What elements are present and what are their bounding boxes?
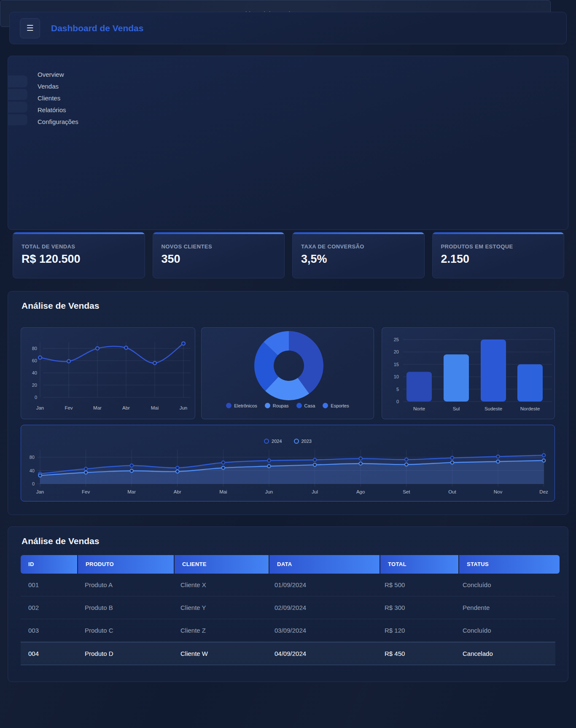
svg-text:Mar: Mar xyxy=(93,405,102,410)
table-row-002[interactable]: 002Produto BCliente Y02/09/2024R$ 300Pen… xyxy=(21,596,555,619)
cell-produto: Produto C xyxy=(77,619,173,642)
cell-status: Cancelado xyxy=(455,642,555,665)
svg-text:Sul: Sul xyxy=(453,406,460,411)
header-cell-produto: PRODUTO xyxy=(78,555,174,574)
svg-text:40: 40 xyxy=(30,468,35,473)
table-row-001[interactable]: 001Produto ACliente X01/09/2024R$ 500Con… xyxy=(21,574,555,596)
svg-text:15: 15 xyxy=(394,362,399,367)
menu-button[interactable]: ☰ xyxy=(20,18,40,38)
cell-data: 03/09/2024 xyxy=(267,619,377,642)
legend-label: Roupas xyxy=(273,403,289,408)
table-panel: Análise de Vendas IDPRODUTOCLIENTEDATATO… xyxy=(8,526,568,682)
nav-item-clientes[interactable]: Clientes xyxy=(38,92,568,104)
cell-status: Concluído xyxy=(455,619,555,642)
stat-accent-bar xyxy=(153,232,285,234)
stat-label: TOTAL DE VENDAS xyxy=(22,243,145,250)
svg-text:Abr: Abr xyxy=(174,489,181,494)
legend-item-roupas[interactable]: Roupas xyxy=(265,403,289,408)
cell-data: 04/09/2024 xyxy=(267,642,377,665)
legend-label: Esportes xyxy=(331,403,349,408)
svg-text:Fev: Fev xyxy=(65,405,73,410)
svg-text:Mar: Mar xyxy=(127,489,136,494)
nav-panel: OverviewVendasClientesRelatóriosConfigur… xyxy=(8,56,568,230)
nav-list: OverviewVendasClientesRelatóriosConfigur… xyxy=(8,56,568,128)
legend-label: Casa xyxy=(304,403,315,408)
stat-card-taxa-de-conversao: TAXA DE CONVERSÃO3,5% xyxy=(292,232,425,278)
legend-dot xyxy=(226,403,231,408)
cell-status: Concluído xyxy=(455,574,555,596)
charts-section-title: Análise de Vendas xyxy=(22,301,99,311)
nav-item-configuracoes[interactable]: Configurações xyxy=(38,116,568,128)
legend-label: 2023 xyxy=(301,439,312,444)
line-chart-card: 020406080JanFevMarAbrMaiJun xyxy=(21,327,195,419)
svg-text:20: 20 xyxy=(32,383,37,388)
legend-item-2024[interactable]: 2024 xyxy=(264,439,282,444)
cell-total: R$ 120 xyxy=(377,619,455,642)
svg-text:Nov: Nov xyxy=(494,489,503,494)
comparison-legend: 20242023 xyxy=(21,439,554,444)
svg-text:0: 0 xyxy=(396,399,399,404)
cell-data: 01/09/2024 xyxy=(267,574,377,596)
donut-legend: EletrônicosRoupasCasaEsportes xyxy=(202,403,374,408)
sales-table: IDPRODUTOCLIENTEDATATOTALSTATUS 001Produ… xyxy=(21,555,555,665)
cell-data: 02/09/2024 xyxy=(267,596,377,619)
legend-ring xyxy=(294,439,299,444)
table-row-004[interactable]: 004Produto DCliente W04/09/2024R$ 450Can… xyxy=(21,642,555,665)
stat-label: TAXA DE CONVERSÃO xyxy=(301,243,424,250)
stat-label: NOVOS CLIENTES xyxy=(161,243,285,250)
legend-item-esportes[interactable]: Esportes xyxy=(323,403,349,408)
svg-text:80: 80 xyxy=(30,455,35,460)
svg-text:Dez: Dez xyxy=(539,489,548,494)
svg-text:40: 40 xyxy=(32,370,37,375)
svg-text:Abr: Abr xyxy=(122,405,130,410)
cell-id: 004 xyxy=(21,642,77,665)
charts-panel: Análise de Vendas 020406080JanFevMarAbrM… xyxy=(8,291,568,515)
legend-ring xyxy=(264,439,269,444)
legend-label: Eletrônicos xyxy=(234,403,257,408)
stat-value: 350 xyxy=(161,253,285,266)
header-cell-id: ID xyxy=(21,555,77,574)
stat-card-novos-clientes: NOVOS CLIENTES350 xyxy=(153,232,285,278)
stat-label: PRODUTOS EM ESTOQUE xyxy=(441,243,564,250)
stat-value: 2.150 xyxy=(441,253,564,266)
legend-item-2023[interactable]: 2023 xyxy=(294,439,312,444)
nav-item-relatorios[interactable]: Relatórios xyxy=(38,104,568,116)
svg-text:Sudeste: Sudeste xyxy=(484,406,502,411)
cell-total: R$ 500 xyxy=(377,574,455,596)
svg-text:Jul: Jul xyxy=(312,489,318,494)
legend-item-casa[interactable]: Casa xyxy=(296,403,315,408)
legend-dot xyxy=(265,403,270,408)
comparison-chart-card: 04080JanFevMarAbrMaiJunJulAgoSetOutNovDe… xyxy=(21,425,555,502)
bar-chart-card: 0510152025NorteSulSudesteNordeste xyxy=(382,327,555,419)
svg-text:60: 60 xyxy=(32,358,37,363)
sales-line-chart: 020406080JanFevMarAbrMaiJun xyxy=(21,328,196,420)
nav-ghost-bar xyxy=(8,75,27,87)
nav-item-overview[interactable]: Overview xyxy=(38,69,568,81)
cell-id: 003 xyxy=(21,619,77,642)
svg-text:Mai: Mai xyxy=(151,405,159,410)
nav-ghost-bar xyxy=(8,114,27,125)
hamburger-icon: ☰ xyxy=(26,23,33,33)
nav-item-vendas[interactable]: Vendas xyxy=(38,81,568,92)
cell-cliente: Cliente Z xyxy=(173,619,267,642)
stat-card-total-de-vendas: TOTAL DE VENDASR$ 120.500 xyxy=(13,232,145,278)
header-cell-total: TOTAL xyxy=(380,555,458,574)
nav-ghost-bar xyxy=(8,89,27,100)
svg-text:Jun: Jun xyxy=(180,405,188,410)
cell-id: 002 xyxy=(21,596,77,619)
svg-text:10: 10 xyxy=(394,374,399,379)
cell-cliente: Cliente X xyxy=(173,574,267,596)
svg-text:Set: Set xyxy=(403,489,410,494)
legend-dot xyxy=(296,403,302,408)
svg-text:20: 20 xyxy=(394,349,399,354)
donut-chart-card: EletrônicosRoupasCasaEsportes xyxy=(201,327,374,419)
stat-accent-bar xyxy=(433,232,564,234)
legend-item-eletronicos[interactable]: Eletrônicos xyxy=(226,403,257,408)
svg-text:Ago: Ago xyxy=(356,489,365,494)
header-cell-cliente: CLIENTE xyxy=(175,555,269,574)
comparison-line-chart: 04080JanFevMarAbrMaiJunJulAgoSetOutNovDe… xyxy=(21,425,554,501)
table-row-003[interactable]: 003Produto CCliente Z03/09/2024R$ 120Con… xyxy=(21,619,555,642)
cell-produto: Produto D xyxy=(77,642,173,665)
legend-dot xyxy=(323,403,328,408)
svg-text:Jan: Jan xyxy=(36,405,44,410)
